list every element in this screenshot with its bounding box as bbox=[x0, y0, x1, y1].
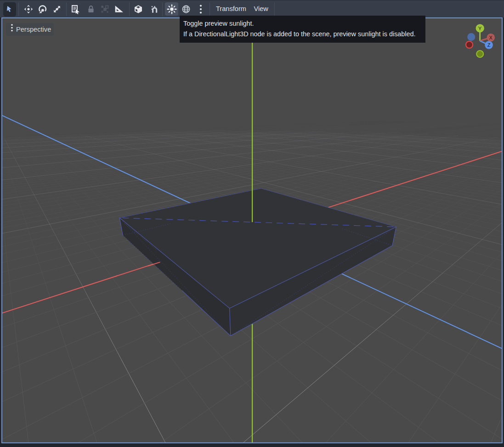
svg-text:Y: Y bbox=[478, 26, 482, 31]
svg-text:Z: Z bbox=[487, 42, 491, 48]
svg-text:X: X bbox=[489, 35, 493, 40]
